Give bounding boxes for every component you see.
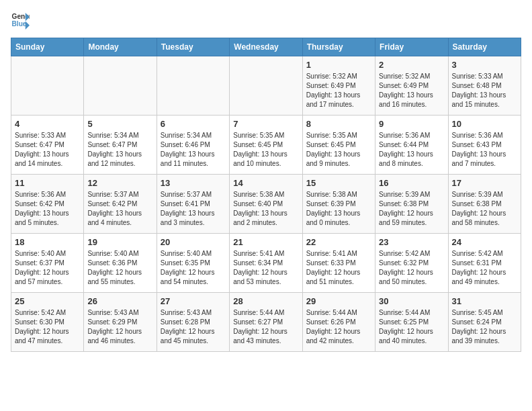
calendar-cell: 5Sunrise: 5:34 AMSunset: 6:47 PMDaylight… bbox=[84, 116, 157, 175]
calendar-cell: 31Sunrise: 5:45 AMSunset: 6:24 PMDayligh… bbox=[448, 293, 521, 352]
day-number: 24 bbox=[452, 237, 517, 247]
week-row-5: 25Sunrise: 5:42 AMSunset: 6:30 PMDayligh… bbox=[11, 293, 521, 352]
day-number: 26 bbox=[87, 296, 152, 306]
calendar-cell bbox=[84, 56, 157, 116]
day-info: Sunrise: 5:44 AMSunset: 6:26 PMDaylight:… bbox=[306, 308, 371, 346]
weekday-header-sunday: Sunday bbox=[11, 38, 84, 56]
day-info: Sunrise: 5:32 AMSunset: 6:49 PMDaylight:… bbox=[306, 72, 371, 109]
day-number: 1 bbox=[306, 60, 371, 70]
day-info: Sunrise: 5:35 AMSunset: 6:45 PMDaylight:… bbox=[233, 131, 298, 169]
calendar-cell: 30Sunrise: 5:44 AMSunset: 6:25 PMDayligh… bbox=[375, 293, 448, 352]
day-info: Sunrise: 5:44 AMSunset: 6:25 PMDaylight:… bbox=[379, 308, 444, 346]
day-number: 7 bbox=[233, 119, 298, 129]
day-info: Sunrise: 5:39 AMSunset: 6:38 PMDaylight:… bbox=[452, 190, 517, 228]
calendar-cell: 20Sunrise: 5:40 AMSunset: 6:35 PMDayligh… bbox=[157, 234, 229, 293]
day-info: Sunrise: 5:42 AMSunset: 6:32 PMDaylight:… bbox=[379, 249, 444, 287]
day-number: 22 bbox=[306, 237, 371, 247]
calendar-cell: 19Sunrise: 5:40 AMSunset: 6:36 PMDayligh… bbox=[84, 234, 157, 293]
week-row-2: 4Sunrise: 5:33 AMSunset: 6:47 PMDaylight… bbox=[11, 116, 521, 175]
weekday-header-tuesday: Tuesday bbox=[157, 38, 229, 56]
logo: General Blue bbox=[11, 11, 32, 30]
day-number: 17 bbox=[452, 178, 517, 188]
day-info: Sunrise: 5:41 AMSunset: 6:34 PMDaylight:… bbox=[233, 249, 298, 287]
week-row-3: 11Sunrise: 5:36 AMSunset: 6:42 PMDayligh… bbox=[11, 175, 521, 234]
day-number: 2 bbox=[379, 60, 444, 70]
day-number: 13 bbox=[161, 178, 226, 188]
day-number: 8 bbox=[306, 119, 371, 129]
calendar-cell: 3Sunrise: 5:33 AMSunset: 6:48 PMDaylight… bbox=[448, 56, 521, 116]
weekday-header-wednesday: Wednesday bbox=[230, 38, 302, 56]
day-number: 31 bbox=[452, 296, 517, 306]
calendar-cell: 17Sunrise: 5:39 AMSunset: 6:38 PMDayligh… bbox=[448, 175, 521, 234]
calendar-cell: 15Sunrise: 5:38 AMSunset: 6:39 PMDayligh… bbox=[302, 175, 375, 234]
calendar-cell: 24Sunrise: 5:42 AMSunset: 6:31 PMDayligh… bbox=[448, 234, 521, 293]
day-info: Sunrise: 5:33 AMSunset: 6:48 PMDaylight:… bbox=[452, 72, 517, 109]
calendar-cell bbox=[11, 56, 84, 116]
calendar-cell: 23Sunrise: 5:42 AMSunset: 6:32 PMDayligh… bbox=[375, 234, 448, 293]
day-number: 9 bbox=[379, 119, 444, 129]
day-info: Sunrise: 5:36 AMSunset: 6:42 PMDaylight:… bbox=[15, 190, 80, 228]
day-info: Sunrise: 5:37 AMSunset: 6:42 PMDaylight:… bbox=[87, 190, 152, 228]
weekday-header-saturday: Saturday bbox=[448, 38, 521, 56]
day-info: Sunrise: 5:32 AMSunset: 6:49 PMDaylight:… bbox=[379, 72, 444, 109]
calendar-cell bbox=[157, 56, 229, 116]
day-number: 29 bbox=[306, 296, 371, 306]
day-info: Sunrise: 5:36 AMSunset: 6:44 PMDaylight:… bbox=[379, 131, 444, 169]
day-number: 18 bbox=[15, 237, 80, 247]
calendar-cell: 4Sunrise: 5:33 AMSunset: 6:47 PMDaylight… bbox=[11, 116, 84, 175]
day-info: Sunrise: 5:34 AMSunset: 6:46 PMDaylight:… bbox=[161, 131, 226, 169]
day-number: 4 bbox=[15, 119, 80, 129]
day-number: 11 bbox=[15, 178, 80, 188]
day-info: Sunrise: 5:43 AMSunset: 6:29 PMDaylight:… bbox=[87, 308, 152, 346]
day-number: 5 bbox=[87, 119, 152, 129]
calendar-cell: 25Sunrise: 5:42 AMSunset: 6:30 PMDayligh… bbox=[11, 293, 84, 352]
calendar-cell: 10Sunrise: 5:36 AMSunset: 6:43 PMDayligh… bbox=[448, 116, 521, 175]
day-info: Sunrise: 5:41 AMSunset: 6:33 PMDaylight:… bbox=[306, 249, 371, 287]
calendar-cell: 7Sunrise: 5:35 AMSunset: 6:45 PMDaylight… bbox=[230, 116, 302, 175]
day-number: 20 bbox=[161, 237, 226, 247]
calendar-cell bbox=[230, 56, 302, 116]
calendar-table: SundayMondayTuesdayWednesdayThursdayFrid… bbox=[11, 38, 521, 352]
day-info: Sunrise: 5:43 AMSunset: 6:28 PMDaylight:… bbox=[161, 308, 226, 346]
day-info: Sunrise: 5:36 AMSunset: 6:43 PMDaylight:… bbox=[452, 131, 517, 169]
day-info: Sunrise: 5:40 AMSunset: 6:37 PMDaylight:… bbox=[15, 249, 80, 287]
day-info: Sunrise: 5:37 AMSunset: 6:41 PMDaylight:… bbox=[161, 190, 226, 228]
header: General Blue bbox=[11, 11, 521, 30]
calendar-cell: 28Sunrise: 5:44 AMSunset: 6:27 PMDayligh… bbox=[230, 293, 302, 352]
calendar-cell: 1Sunrise: 5:32 AMSunset: 6:49 PMDaylight… bbox=[302, 56, 375, 116]
day-info: Sunrise: 5:42 AMSunset: 6:30 PMDaylight:… bbox=[15, 308, 80, 346]
calendar-cell: 13Sunrise: 5:37 AMSunset: 6:41 PMDayligh… bbox=[157, 175, 229, 234]
day-info: Sunrise: 5:35 AMSunset: 6:45 PMDaylight:… bbox=[306, 131, 371, 169]
weekday-header-thursday: Thursday bbox=[302, 38, 375, 56]
day-number: 14 bbox=[233, 178, 298, 188]
day-info: Sunrise: 5:38 AMSunset: 6:39 PMDaylight:… bbox=[306, 190, 371, 228]
day-info: Sunrise: 5:40 AMSunset: 6:35 PMDaylight:… bbox=[161, 249, 226, 287]
week-row-4: 18Sunrise: 5:40 AMSunset: 6:37 PMDayligh… bbox=[11, 234, 521, 293]
day-number: 28 bbox=[233, 296, 298, 306]
weekday-header-monday: Monday bbox=[84, 38, 157, 56]
day-number: 19 bbox=[87, 237, 152, 247]
day-info: Sunrise: 5:33 AMSunset: 6:47 PMDaylight:… bbox=[15, 131, 80, 169]
weekday-header-friday: Friday bbox=[375, 38, 448, 56]
day-number: 27 bbox=[161, 296, 226, 306]
day-info: Sunrise: 5:34 AMSunset: 6:47 PMDaylight:… bbox=[87, 131, 152, 169]
calendar-cell: 18Sunrise: 5:40 AMSunset: 6:37 PMDayligh… bbox=[11, 234, 84, 293]
calendar-cell: 12Sunrise: 5:37 AMSunset: 6:42 PMDayligh… bbox=[84, 175, 157, 234]
calendar-cell: 8Sunrise: 5:35 AMSunset: 6:45 PMDaylight… bbox=[302, 116, 375, 175]
day-number: 6 bbox=[161, 119, 226, 129]
day-number: 3 bbox=[452, 60, 517, 70]
calendar-cell: 14Sunrise: 5:38 AMSunset: 6:40 PMDayligh… bbox=[230, 175, 302, 234]
day-number: 15 bbox=[306, 178, 371, 188]
day-info: Sunrise: 5:42 AMSunset: 6:31 PMDaylight:… bbox=[452, 249, 517, 287]
day-number: 23 bbox=[379, 237, 444, 247]
calendar-cell: 6Sunrise: 5:34 AMSunset: 6:46 PMDaylight… bbox=[157, 116, 229, 175]
day-number: 30 bbox=[379, 296, 444, 306]
day-number: 10 bbox=[452, 119, 517, 129]
calendar-cell: 11Sunrise: 5:36 AMSunset: 6:42 PMDayligh… bbox=[11, 175, 84, 234]
logo-icon: General Blue bbox=[11, 11, 30, 30]
calendar-cell: 9Sunrise: 5:36 AMSunset: 6:44 PMDaylight… bbox=[375, 116, 448, 175]
calendar-cell: 2Sunrise: 5:32 AMSunset: 6:49 PMDaylight… bbox=[375, 56, 448, 116]
calendar-cell: 22Sunrise: 5:41 AMSunset: 6:33 PMDayligh… bbox=[302, 234, 375, 293]
calendar-cell: 21Sunrise: 5:41 AMSunset: 6:34 PMDayligh… bbox=[230, 234, 302, 293]
day-number: 12 bbox=[87, 178, 152, 188]
